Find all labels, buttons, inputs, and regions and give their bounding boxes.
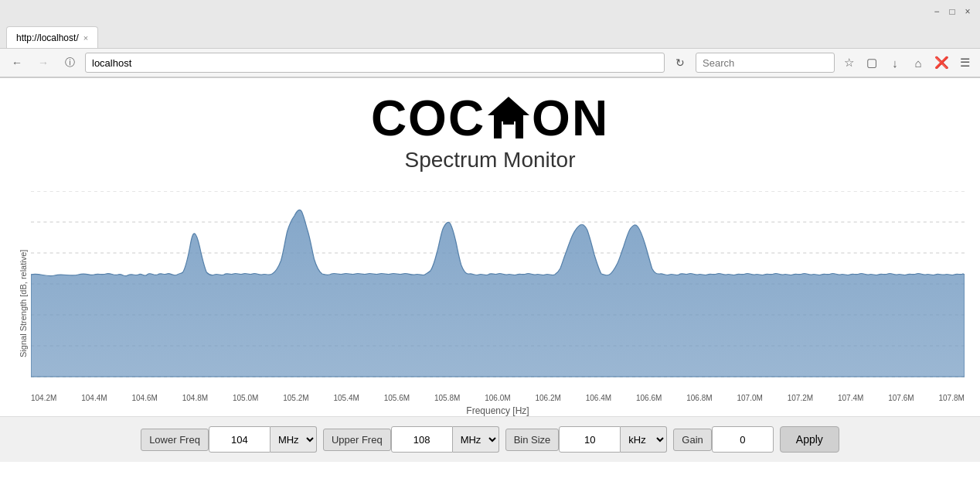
x-tick: 105.8M — [434, 394, 460, 402]
lower-freq-label: Lower Freq — [141, 429, 209, 451]
x-tick: 104.6M — [132, 394, 158, 402]
bin-size-input[interactable] — [559, 426, 621, 453]
forward-button[interactable]: → — [32, 52, 54, 73]
gain-input[interactable] — [712, 426, 774, 453]
title-bar: − □ × — [0, 0, 980, 23]
logo-house-icon — [486, 94, 531, 143]
x-tick: 106.6M — [636, 394, 662, 402]
nav-bar: ← → ⓘ ↻ ☆ ▢ ↓ ⌂ ❌ ☰ — [0, 48, 980, 77]
x-tick: 105.6M — [384, 394, 410, 402]
gain-label: Gain — [673, 429, 711, 451]
lower-freq-unit-select[interactable]: MHz kHz — [271, 426, 317, 453]
apply-button[interactable]: Apply — [780, 426, 839, 453]
logo-text-pre: COC — [371, 94, 485, 143]
x-tick: 106.2M — [536, 394, 561, 402]
x-tick: 106.4M — [586, 394, 611, 402]
logo-text-post: ON — [532, 94, 609, 143]
page-content: COC ON Spectrum Monitor Signal Strength … — [0, 78, 980, 492]
chart-wrapper: Signal Strength [dB, relative] — [15, 191, 965, 416]
x-tick: 107.0M — [737, 394, 763, 402]
x-tick: 104.2M — [31, 394, 56, 402]
back-button[interactable]: ← — [6, 52, 28, 73]
x-tick: 104.4M — [81, 394, 107, 402]
upper-freq-unit-select[interactable]: MHz kHz — [453, 426, 499, 453]
x-tick: 105.4M — [334, 394, 359, 402]
upper-freq-group: Upper Freq MHz kHz — [323, 426, 499, 453]
browser-chrome: − □ × http://localhost/ × ← → ⓘ ↻ ☆ ▢ ↓ … — [0, 0, 980, 78]
logo: COC ON — [0, 94, 980, 143]
x-tick: 107.8M — [939, 394, 965, 402]
x-tick: 107.2M — [788, 394, 813, 402]
minimize-button[interactable]: − — [931, 5, 943, 18]
bin-size-label: Bin Size — [505, 429, 560, 451]
page-title: Spectrum Monitor — [0, 148, 980, 173]
x-tick: 106.8M — [686, 394, 712, 402]
x-tick: 106.0M — [485, 394, 510, 402]
address-bar[interactable] — [85, 53, 665, 73]
tab-close-button[interactable]: × — [83, 33, 88, 43]
maximize-button[interactable]: □ — [946, 5, 958, 18]
x-tick: 105.2M — [283, 394, 308, 402]
reload-button[interactable]: ↻ — [669, 52, 691, 73]
y-axis-label: Signal Strength [dB, relative] — [15, 191, 31, 416]
pocket-icon[interactable]: ❌ — [932, 53, 951, 72]
page-header: COC ON Spectrum Monitor — [0, 78, 980, 191]
chart-container: Signal Strength [dB, relative] — [0, 191, 980, 416]
tab-title: http://localhost/ — [16, 32, 79, 43]
tab-bar: http://localhost/ × — [0, 23, 980, 48]
bin-size-group: Bin Size kHz MHz — [505, 426, 668, 453]
lower-freq-input[interactable] — [209, 426, 271, 453]
download-icon[interactable]: ↓ — [886, 53, 904, 72]
controls-bar: Lower Freq MHz kHz Upper Freq MHz kHz Bi… — [0, 416, 980, 462]
svg-rect-3 — [503, 125, 514, 138]
info-button[interactable]: ⓘ — [59, 52, 80, 73]
home-icon[interactable]: ⌂ — [909, 53, 927, 72]
bookmark-icon[interactable]: ☆ — [839, 53, 858, 72]
upper-freq-label: Upper Freq — [323, 429, 391, 451]
gain-group: Gain — [673, 426, 773, 453]
lower-freq-group: Lower Freq MHz kHz — [141, 426, 317, 453]
browser-tab[interactable]: http://localhost/ × — [6, 26, 98, 48]
screenshot-icon[interactable]: ▢ — [863, 53, 881, 72]
bin-size-unit-select[interactable]: kHz MHz — [621, 426, 667, 453]
x-tick: 105.0M — [233, 394, 258, 402]
close-button[interactable]: × — [961, 5, 974, 18]
upper-freq-input[interactable] — [391, 426, 453, 453]
menu-icon[interactable]: ☰ — [955, 53, 974, 72]
x-axis-label: Frequency [Hz] — [31, 405, 965, 416]
chart-area: -30 -35 -40 -45 -50 -55 -60 — [31, 191, 965, 416]
x-tick: 107.4M — [838, 394, 863, 402]
x-tick: 104.8M — [182, 394, 208, 402]
search-input[interactable] — [696, 53, 835, 73]
x-tick: 107.6M — [888, 394, 914, 402]
spectrum-chart: -30 -35 -40 -45 -50 -55 -60 — [31, 191, 965, 392]
